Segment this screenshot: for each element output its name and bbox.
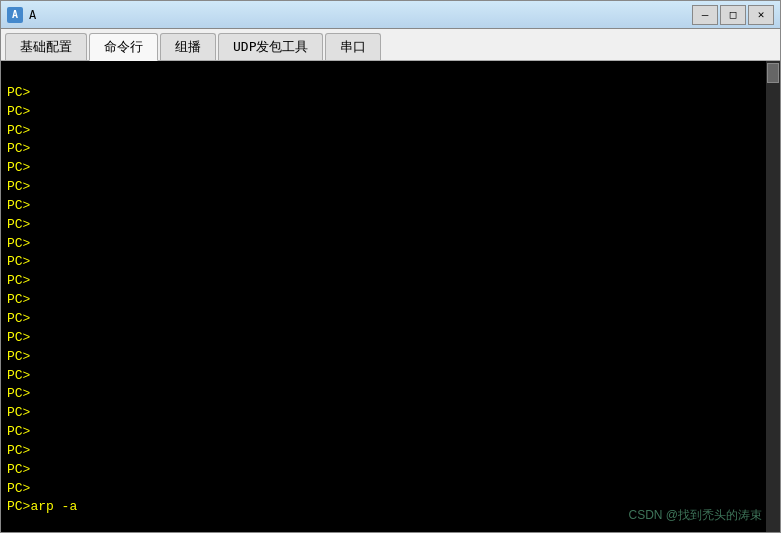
tab-serial[interactable]: 串口 bbox=[325, 33, 381, 60]
window-icon: A bbox=[7, 7, 23, 23]
window-title: A bbox=[29, 8, 692, 22]
minimize-button[interactable]: — bbox=[692, 5, 718, 25]
terminal-area[interactable]: PC> PC> PC> PC> PC> PC> PC> PC> PC> PC> … bbox=[1, 61, 780, 532]
watermark: CSDN @找到禿头的涛束 bbox=[628, 507, 762, 524]
prompt-1: PC> PC> PC> PC> PC> PC> PC> PC> PC> PC> … bbox=[7, 85, 30, 496]
tab-command-line[interactable]: 命令行 bbox=[89, 33, 158, 61]
tab-bar: 基础配置 命令行 组播 UDP发包工具 串口 bbox=[1, 29, 780, 61]
close-button[interactable]: ✕ bbox=[748, 5, 774, 25]
command-arp: PC>arp -a bbox=[7, 499, 77, 514]
title-bar: A A — □ ✕ bbox=[1, 1, 780, 29]
tab-multicast[interactable]: 组播 bbox=[160, 33, 216, 60]
tab-udp-tool[interactable]: UDP发包工具 bbox=[218, 33, 323, 60]
maximize-button[interactable]: □ bbox=[720, 5, 746, 25]
window-controls: — □ ✕ bbox=[692, 5, 774, 25]
tab-basic-config[interactable]: 基础配置 bbox=[5, 33, 87, 60]
scrollbar[interactable] bbox=[766, 61, 780, 532]
main-window: A A — □ ✕ 基础配置 命令行 组播 UDP发包工具 串口 PC> PC>… bbox=[0, 0, 781, 533]
terminal-output: PC> PC> PC> PC> PC> PC> PC> PC> PC> PC> … bbox=[7, 65, 774, 532]
scrollbar-thumb[interactable] bbox=[767, 63, 779, 83]
